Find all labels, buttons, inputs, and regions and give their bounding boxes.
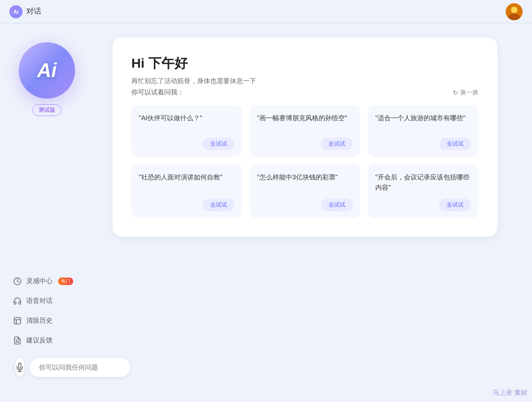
voice-icon [13, 297, 22, 305]
sidebar-item-clear-label: 清除历史 [26, 317, 53, 325]
ai-logo: Ai [19, 42, 75, 99]
try-button-6[interactable]: 去试试 [439, 199, 471, 211]
sidebar: Ai 测试版 灵感中心 热门 [0, 23, 94, 402]
watermark: 马上录 素材 [493, 389, 527, 397]
suggestion-card-6[interactable]: "开会后，会议记录应该包括哪些内容" 去试试 [368, 164, 479, 218]
mic-button[interactable] [15, 358, 24, 377]
suggestion-text-4: "社恐的人面对演讲如何自救" [139, 172, 235, 193]
suggestion-text-3: "适合一个人旅游的城市有哪些" [375, 113, 471, 132]
user-avatar[interactable] [506, 3, 523, 20]
suggestion-card-5[interactable]: "怎么样能中3亿块钱的彩票" 去试试 [250, 164, 360, 218]
suggestion-text-5: "怎么样能中3亿块钱的彩票" [257, 172, 353, 193]
suggestion-card-4[interactable]: "社恐的人面对演讲如何自救" 去试试 [131, 164, 242, 218]
sidebar-items: 灵感中心 热门 语音对话 [0, 272, 94, 393]
try-button-1[interactable]: 去试试 [203, 138, 235, 150]
refresh-icon: ↻ [453, 89, 458, 96]
suggestion-card-3[interactable]: "适合一个人旅游的城市有哪些" 去试试 [368, 105, 479, 157]
sidebar-item-inspiration-label: 灵感中心 [26, 277, 53, 286]
try-button-3[interactable]: 去试试 [439, 138, 471, 150]
chat-card: Hi 下午好 再忙别忘了活动筋骨，身体也需要休息一下 你可以试着问我： ↻ 换一… [113, 38, 497, 237]
version-badge: 测试版 [32, 104, 61, 116]
hot-badge: 热门 [58, 278, 73, 285]
main-layout: Ai 测试版 灵感中心 热门 [0, 23, 532, 402]
header-title: 对话 [26, 7, 41, 16]
greeting-title: Hi 下午好 [131, 54, 479, 72]
header: Ai 对话 [0, 0, 532, 23]
try-label-row: 你可以试着问我： ↻ 换一换 [131, 88, 479, 97]
svg-rect-4 [14, 317, 21, 324]
sidebar-item-feedback[interactable]: 建议反馈 [8, 332, 86, 349]
suggestion-text-1: "AI伙伴可以做什么？" [139, 113, 235, 132]
feedback-icon [13, 336, 22, 345]
header-ai-icon: Ai [9, 5, 23, 18]
inspiration-icon [13, 277, 22, 286]
suggestion-card-2[interactable]: "画一幅赛博朋克风格的孙悟空" 去试试 [250, 105, 360, 157]
try-button-2[interactable]: 去试试 [321, 138, 353, 150]
input-area [8, 351, 86, 383]
ai-logo-area: Ai 测试版 [0, 33, 94, 130]
sidebar-item-inspiration[interactable]: 灵感中心 热门 [8, 272, 86, 290]
refresh-label: 换一换 [460, 88, 479, 97]
try-label: 你可以试着问我： [131, 88, 184, 97]
suggestion-text-6: "开会后，会议记录应该包括哪些内容" [375, 172, 471, 193]
clear-icon [13, 317, 22, 325]
sidebar-item-voice[interactable]: 语音对话 [8, 292, 86, 310]
sidebar-item-clear[interactable]: 清除历史 [8, 312, 86, 330]
try-button-4[interactable]: 去试试 [203, 199, 235, 211]
suggestion-text-2: "画一幅赛博朋克风格的孙悟空" [257, 113, 353, 132]
suggestion-grid: "AI伙伴可以做什么？" 去试试 "画一幅赛博朋克风格的孙悟空" 去试试 "适合… [131, 105, 479, 218]
sidebar-item-voice-label: 语音对话 [26, 297, 53, 305]
refresh-button[interactable]: ↻ 换一换 [453, 88, 479, 97]
content-area: Hi 下午好 再忙别忘了活动筋骨，身体也需要休息一下 你可以试着问我： ↻ 换一… [94, 23, 532, 402]
try-button-5[interactable]: 去试试 [321, 199, 353, 211]
ai-logo-text: Ai [37, 59, 57, 82]
sidebar-item-feedback-label: 建议反馈 [26, 336, 53, 345]
suggestion-card-1[interactable]: "AI伙伴可以做什么？" 去试试 [131, 105, 242, 157]
greeting-sub: 再忙别忘了活动筋骨，身体也需要休息一下 [131, 77, 479, 85]
svg-point-1 [511, 7, 517, 13]
header-left: Ai 对话 [9, 5, 41, 18]
